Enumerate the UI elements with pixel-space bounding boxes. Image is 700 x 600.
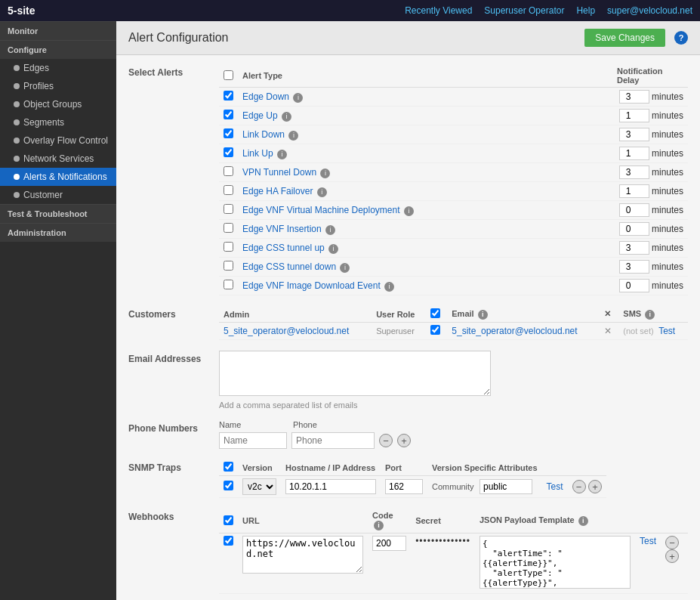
sidebar-item-profiles[interactable]: Profiles: [0, 77, 116, 95]
sidebar-item-segments[interactable]: Segments: [0, 113, 116, 131]
snmp-header-checkbox[interactable]: [224, 462, 233, 472]
alert-checkbox-3[interactable]: [224, 147, 233, 157]
webhook-add-button[interactable]: +: [665, 549, 679, 563]
nav-user-email[interactable]: super@velocloud.net: [607, 5, 692, 16]
col-notification-delay: Notification Delay: [612, 64, 688, 88]
customer-role: Superuser: [372, 323, 426, 340]
alert-delay-input-4[interactable]: [619, 165, 649, 179]
snmp-version-select[interactable]: v2c: [242, 478, 276, 495]
alert-delay-input-8[interactable]: [619, 241, 649, 255]
sidebar-item-overlay-flow-control[interactable]: Overlay Flow Control: [0, 131, 116, 150]
alert-delay-input-7[interactable]: [619, 222, 649, 236]
alert-delay-input-3[interactable]: [619, 147, 649, 160]
email-info-icon: i: [478, 310, 488, 320]
alert-checkbox-10[interactable]: [224, 280, 233, 289]
alert-row: Edge VNF Virtual Machine Deployment i mi…: [219, 201, 688, 220]
alert-delay-input-6[interactable]: [619, 203, 649, 217]
sidebar-dot-alerts: [14, 174, 20, 180]
sidebar-dot-network: [14, 156, 20, 162]
sidebar-item-network-services[interactable]: Network Services: [0, 150, 116, 168]
snmp-remove-button[interactable]: −: [572, 480, 586, 493]
alert-delay-input-10[interactable]: [619, 279, 649, 292]
webhook-url-input[interactable]: https://www.velocloud.net: [242, 536, 363, 574]
sidebar-item-customer[interactable]: Customer: [0, 186, 116, 204]
alert-delay-input-2[interactable]: [619, 128, 649, 141]
customers-label: Customers: [128, 306, 219, 320]
layout: Monitor Configure Edges Profiles Object …: [0, 21, 700, 600]
alerts-header-checkbox[interactable]: [224, 70, 233, 80]
code-info-icon: i: [374, 521, 384, 530]
alert-name-2: Link Down i: [238, 125, 612, 144]
alert-delay-input-5[interactable]: [619, 184, 649, 198]
alert-checkbox-7[interactable]: [224, 223, 233, 233]
alert-info-icon-7: i: [325, 225, 335, 235]
webhook-remove-button[interactable]: −: [665, 536, 679, 549]
webhook-row-checkbox[interactable]: [224, 536, 233, 546]
webhook-col-url: URL: [238, 509, 368, 534]
email-addresses-label: Email Addresses: [128, 351, 219, 364]
snmp-table: Version Hostname / IP Address Port Versi…: [219, 459, 606, 498]
email-addresses-textarea[interactable]: [219, 351, 491, 396]
col-email: Email i: [447, 306, 600, 323]
snmp-col-port: Port: [381, 459, 427, 476]
webhook-test-link[interactable]: Test: [640, 536, 656, 546]
sidebar-item-edges[interactable]: Edges: [0, 59, 116, 77]
phone-number-input[interactable]: [291, 432, 375, 449]
snmp-add-button[interactable]: +: [588, 480, 602, 493]
sidebar-item-alerts-notifications[interactable]: Alerts & Notifications: [0, 168, 116, 186]
snmp-hostname-input[interactable]: [285, 479, 376, 494]
alert-checkbox-6[interactable]: [224, 204, 233, 214]
sidebar: Monitor Configure Edges Profiles Object …: [0, 21, 116, 600]
alert-checkbox-4[interactable]: [224, 166, 233, 176]
sidebar-item-object-groups[interactable]: Object Groups: [0, 95, 116, 113]
phone-name-input[interactable]: [219, 432, 287, 449]
webhook-header-checkbox[interactable]: [224, 515, 233, 525]
customers-row: Customers Admin User Role Email i ✕ SMS …: [128, 306, 688, 340]
alert-delay-input-0[interactable]: [619, 90, 649, 104]
alert-checkbox-1[interactable]: [224, 110, 233, 119]
brand-logo: 5-site: [8, 5, 35, 17]
webhook-code-input[interactable]: [372, 536, 406, 551]
customer-x-btn[interactable]: ✕: [600, 323, 618, 340]
col-email-checkbox[interactable]: [430, 308, 440, 318]
alert-checkbox-0[interactable]: [224, 91, 233, 101]
alert-checkbox-5[interactable]: [224, 185, 233, 195]
snmp-port-input[interactable]: [385, 479, 423, 494]
alert-delay-input-9[interactable]: [619, 260, 649, 274]
email-hint-text: Add a comma separated list of emails: [219, 401, 688, 410]
alert-delay-input-1[interactable]: [619, 109, 649, 122]
alert-delay-7: minutes: [612, 220, 688, 239]
snmp-test-link[interactable]: Test: [547, 481, 563, 492]
alert-row: VPN Tunnel Down i minutes: [219, 163, 688, 182]
phone-remove-button[interactable]: −: [379, 434, 393, 447]
nav-help[interactable]: Help: [576, 5, 595, 16]
header-actions: Save Changes ?: [584, 29, 688, 47]
nav-superuser-operator[interactable]: Superuser Operator: [484, 5, 564, 16]
alert-delay-6: minutes: [612, 201, 688, 220]
nav-recently-viewed[interactable]: Recently Viewed: [405, 5, 472, 16]
alert-checkbox-9[interactable]: [224, 261, 233, 271]
customer-email-checkbox[interactable]: [430, 325, 440, 335]
save-changes-button[interactable]: Save Changes: [584, 29, 665, 47]
snmp-row-1: v2c Community Test: [219, 476, 606, 498]
webhook-json-template[interactable]: { "alertTime": "{{alertTime}}", "alertTy…: [480, 536, 631, 589]
alert-name-7: Edge VNF Insertion i: [238, 220, 612, 239]
alert-delay-5: minutes: [612, 182, 688, 201]
alert-name-3: Link Up i: [238, 144, 612, 163]
alert-checkbox-2[interactable]: [224, 128, 233, 138]
snmp-col-attributes: Version Specific Attributes: [427, 459, 542, 476]
snmp-row-checkbox[interactable]: [224, 481, 233, 490]
sidebar-dot-segments: [14, 119, 20, 125]
customer-test-link[interactable]: Test: [658, 326, 675, 336]
snmp-community-input[interactable]: [480, 479, 532, 494]
customer-sms-not-set: (not set): [623, 326, 653, 336]
help-icon[interactable]: ?: [674, 31, 688, 45]
col-user-role: User Role: [372, 306, 426, 323]
phone-add-button[interactable]: +: [397, 434, 411, 447]
snmp-community-label: Community: [432, 482, 474, 491]
email-addresses-row: Email Addresses Add a comma separated li…: [128, 351, 688, 410]
webhook-col-code: Code i: [368, 509, 411, 534]
page-title: Alert Configuration: [128, 31, 229, 45]
sidebar-section-monitor: Monitor: [0, 21, 116, 40]
alert-checkbox-8[interactable]: [224, 242, 233, 252]
